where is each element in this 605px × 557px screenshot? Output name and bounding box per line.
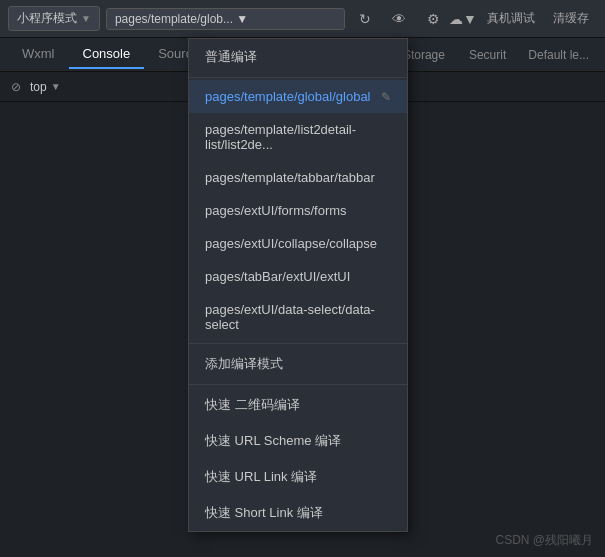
preview-icon: 👁 [392,11,406,27]
edit-icon[interactable]: ✎ [381,90,391,104]
dropdown-item-list2detail[interactable]: pages/template/list2detail-list/list2de.… [189,113,407,161]
dropdown-item-global[interactable]: pages/template/global/global ✎ [189,80,407,113]
dropdown-item-forms[interactable]: pages/extUI/forms/forms [189,194,407,227]
deploy-button[interactable]: ☁▼ [449,5,477,33]
mode-label: 小程序模式 [17,10,77,27]
settings-icon: ⚙ [427,11,440,27]
preview-button[interactable]: 👁 [385,5,413,33]
dropdown-item-url-scheme[interactable]: 快速 URL Scheme 编译 [189,423,407,459]
mode-chevron: ▼ [81,13,91,24]
dropdown-item-url-link[interactable]: 快速 URL Link 编译 [189,459,407,495]
dropdown-divider-3 [189,384,407,385]
dropdown-item-qrcode[interactable]: 快速 二维码编译 [189,387,407,423]
refresh-button[interactable]: ↻ [351,5,379,33]
dropdown-divider-2 [189,343,407,344]
default-level: Default le... [520,48,597,62]
tab-security[interactable]: Securit [459,45,516,65]
settings-button[interactable]: ⚙ [419,5,447,33]
real-test-button[interactable]: 真机调试 [479,7,543,30]
mode-selector[interactable]: 小程序模式 ▼ [8,6,100,31]
tab-wxml[interactable]: Wxml [8,40,69,69]
dropdown-item-data-select[interactable]: pages/extUI/data-select/data-select [189,293,407,341]
right-buttons: ⚙ ☁▼ 真机调试 清缓存 [419,5,597,33]
tab-console[interactable]: Console [69,40,145,69]
clear-cache-button[interactable]: 清缓存 [545,7,597,30]
no-entry-icon: ⊘ [8,79,24,95]
dropdown-item-collapse[interactable]: pages/extUI/collapse/collapse [189,227,407,260]
dropdown-item-extui[interactable]: pages/tabBar/extUI/extUI [189,260,407,293]
top-arrow: ▼ [51,81,61,92]
path-selector[interactable]: pages/template/glob... ▼ [106,8,345,30]
refresh-icon: ↻ [359,11,371,27]
top-toolbar: 小程序模式 ▼ pages/template/glob... ▼ ↻ 👁 ⚙ ☁… [0,0,605,38]
watermark: CSDN @残阳曦月 [495,532,593,549]
deploy-icon: ☁▼ [449,11,477,27]
top-label: top [30,80,47,94]
dropdown-item-tabbar[interactable]: pages/template/tabbar/tabbar [189,161,407,194]
dropdown-item-add-compile[interactable]: 添加编译模式 [189,346,407,382]
dropdown-divider-1 [189,77,407,78]
dropdown-item-short-link[interactable]: 快速 Short Link 编译 [189,495,407,531]
dropdown-item-normal-compile[interactable]: 普通编译 [189,39,407,75]
top-selector[interactable]: top ▼ [30,80,61,94]
path-label: pages/template/glob... ▼ [115,12,248,26]
dropdown-menu: 普通编译 pages/template/global/global ✎ page… [188,38,408,532]
